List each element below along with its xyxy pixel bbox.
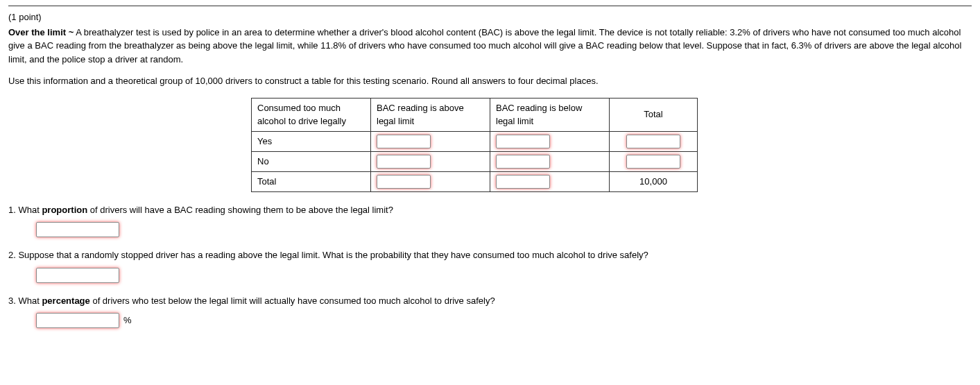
q2-answer-input[interactable]: [36, 268, 119, 283]
input-no-above[interactable]: [377, 155, 431, 169]
input-total-above[interactable]: [377, 175, 431, 189]
input-no-below[interactable]: [496, 155, 550, 169]
data-table: Consumed too much alcohol to drive legal…: [251, 98, 698, 192]
header-col3: BAC reading is below legal limit: [490, 98, 610, 131]
q1-answer-input[interactable]: [36, 222, 119, 237]
header-col4: Total: [610, 98, 698, 131]
input-no-total[interactable]: [626, 155, 680, 169]
intro-paragraph-1: Over the limit ~ A breathalyzer test is …: [8, 26, 972, 67]
header-col2: BAC reading is above legal limit: [371, 98, 490, 131]
row-no-label: No: [252, 151, 371, 171]
intro-text-1: A breathalyzer test is used by police in…: [8, 27, 961, 65]
grand-total: 10,000: [610, 171, 698, 191]
question-1: 1. What proportion of drivers will have …: [8, 203, 972, 217]
q3-prefix: 3. What: [8, 296, 42, 306]
q1-prefix: 1. What: [8, 205, 42, 215]
table-header-row: Consumed too much alcohol to drive legal…: [252, 98, 698, 131]
table-row: Total 10,000: [252, 171, 698, 191]
divider: [8, 6, 972, 6]
input-yes-total[interactable]: [626, 135, 680, 148]
input-yes-above[interactable]: [377, 135, 431, 148]
q2-input-row: [8, 268, 972, 283]
table-row: Yes: [252, 131, 698, 151]
q1-input-row: [8, 222, 972, 237]
percent-symbol: %: [123, 315, 132, 325]
question-3: 3. What percentage of drivers who test b…: [8, 294, 972, 308]
q3-suffix: of drivers who test below the legal limi…: [90, 296, 495, 306]
row-total-label: Total: [252, 171, 371, 191]
input-yes-below[interactable]: [496, 135, 550, 148]
title-bold: Over the limit ~: [8, 27, 74, 37]
input-total-below[interactable]: [496, 175, 550, 189]
q3-input-row: %: [8, 313, 972, 328]
row-yes-label: Yes: [252, 131, 371, 151]
q3-answer-input[interactable]: [36, 313, 119, 328]
points-label: (1 point): [8, 10, 972, 24]
intro-block: (1 point) Over the limit ~ A breathalyze…: [8, 10, 972, 88]
q1-suffix: of drivers will have a BAC reading showi…: [87, 205, 393, 215]
header-col1: Consumed too much alcohol to drive legal…: [252, 98, 371, 131]
q1-bold: proportion: [42, 205, 87, 215]
q3-bold: percentage: [42, 296, 89, 306]
table-row: No: [252, 151, 698, 171]
intro-paragraph-2: Use this information and a theoretical g…: [8, 74, 972, 88]
question-2: 2. Suppose that a randomly stopped drive…: [8, 248, 972, 262]
